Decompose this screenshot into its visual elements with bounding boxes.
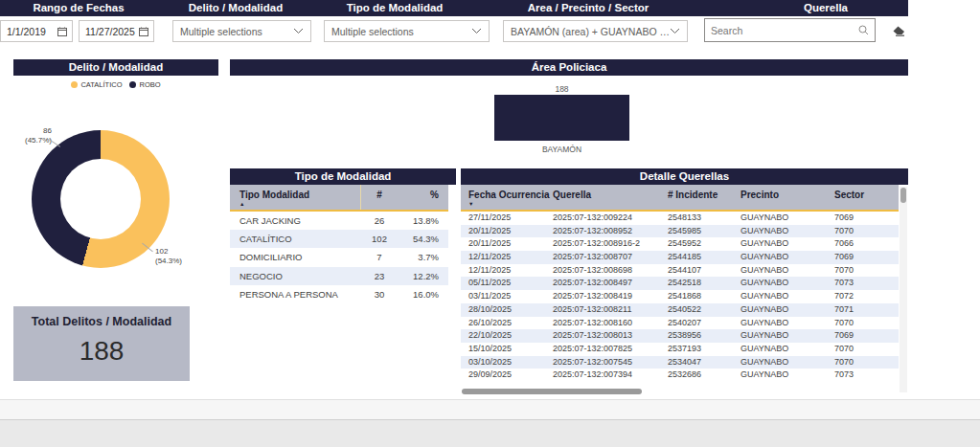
legend-label: CATALÍTICO <box>80 80 122 89</box>
table-row[interactable]: 12/11/20252025:07-132:0087072544185GUAYN… <box>461 251 899 264</box>
legend-label: ROBO <box>139 80 160 89</box>
table-row[interactable]: 20/11/20252025:07-132:0089522545985GUAYN… <box>461 225 899 238</box>
search-icon[interactable] <box>858 25 875 35</box>
filter-header-bar: Rango de Fechas Delito / Modalidad Tipo … <box>0 0 908 16</box>
detalle-table-body: 27/11/20252025:07-132:0092242548133GUAYN… <box>461 212 899 382</box>
card-value: 188 <box>13 336 190 367</box>
table-row[interactable]: PERSONA A PERSONA3016.0% <box>230 285 448 303</box>
donut-legend: CATALÍTICO ROBO <box>13 80 218 89</box>
dashboard: Rango de Fechas Delito / Modalidad Tipo … <box>0 0 980 447</box>
vertical-scrollbar-track[interactable] <box>900 187 907 392</box>
column-header[interactable]: Querella <box>553 190 591 200</box>
column-header[interactable]: # <box>360 190 399 200</box>
column-header[interactable]: # Incidente <box>668 190 718 200</box>
detalle-table-title: Detalle Querellas <box>461 168 908 185</box>
search-input[interactable] <box>705 25 858 36</box>
horizontal-scrollbar-thumb[interactable] <box>462 389 642 394</box>
sort-asc-icon: ▲ <box>239 201 244 207</box>
delito-dropdown-value: Multiple selections <box>180 26 262 37</box>
table-row[interactable]: CATALÍTICO10254.3% <box>230 230 448 248</box>
date-to-input[interactable] <box>80 26 139 37</box>
table-row[interactable]: NEGOCIO2312.2% <box>230 267 448 285</box>
table-row[interactable]: 05/11/20252025:07-132:0084972542518GUAYN… <box>461 277 899 290</box>
card-title: Total Delitos / Modalidad <box>13 315 190 328</box>
bar-axis-label: BAYAMÓN <box>494 145 629 154</box>
table-row[interactable]: 26/10/20252025:07-132:0081602540207GUAYN… <box>461 317 899 330</box>
area-dropdown-value: BAYAMÓN (area) + GUAYNABO (p... <box>511 26 670 37</box>
table-row[interactable]: CAR JACKING2613.8% <box>230 212 448 230</box>
tipo-table-title: Tipo de Modalidad <box>230 168 456 185</box>
column-header[interactable]: Fecha Ocurrencia <box>468 190 549 200</box>
filter-title-querella: Querella <box>740 1 912 15</box>
donut-label-robo: 86 (45.7%) <box>11 126 52 145</box>
querella-search-field[interactable] <box>704 18 876 42</box>
table-row[interactable]: 22/10/20252025:07-132:0080132538956GUAYN… <box>461 329 899 343</box>
legend-dot-catalitico <box>71 81 78 88</box>
tipo-table-body: CAR JACKING2613.8%CATALÍTICO10254.3%DOMI… <box>230 212 448 303</box>
table-row[interactable]: 03/10/20252025:07-132:0075452534047GUAYN… <box>461 356 899 369</box>
donut-panel-title: Delito / Modalidad <box>13 59 218 76</box>
calendar-icon[interactable] <box>57 27 72 36</box>
chevron-down-icon <box>471 28 482 34</box>
donut-label-catalitico: 102 (54.3%) <box>155 247 195 266</box>
date-from-input[interactable] <box>1 26 57 37</box>
chevron-down-icon <box>670 28 680 34</box>
filter-title-rango: Rango de Fechas <box>0 1 157 15</box>
delito-dropdown[interactable]: Multiple selections <box>172 20 311 42</box>
bottom-toolbar <box>0 399 980 419</box>
area-panel-title: Área Policiaca <box>230 59 908 76</box>
legend-item-catalitico[interactable]: CATALÍTICO <box>71 80 122 89</box>
legend-dot-robo <box>129 81 136 88</box>
column-separator <box>360 185 361 210</box>
bar-data-label: 188 <box>494 84 629 94</box>
column-header[interactable]: Sector <box>834 190 864 200</box>
detalle-table-column-header[interactable]: Fecha Ocurrencia ▼ Querella # Incidente … <box>461 185 899 212</box>
legend-item-robo[interactable]: ROBO <box>129 80 160 89</box>
donut-hole <box>60 159 141 239</box>
table-row[interactable]: 12/11/20252025:07-132:0086982544107GUAYN… <box>461 264 899 278</box>
filter-title-delito: Delito / Modalidad <box>157 1 314 15</box>
table-row[interactable]: 29/09/20252025:07-132:0073942532686GUAYN… <box>461 369 899 382</box>
sort-desc-icon: ▼ <box>468 201 473 207</box>
table-row[interactable]: 27/11/20252025:07-132:0092242548133GUAYN… <box>461 212 899 225</box>
filter-title-tipo: Tipo de Modalidad <box>314 1 475 15</box>
chevron-down-icon <box>293 28 304 34</box>
date-to-field[interactable] <box>79 20 154 42</box>
column-header[interactable]: Precinto <box>741 190 779 200</box>
table-row[interactable]: 28/10/20252025:07-132:0082112540522GUAYN… <box>461 303 899 317</box>
vertical-scrollbar-thumb[interactable] <box>900 188 906 203</box>
filter-title-area: Area / Precinto / Sector <box>487 1 690 15</box>
calendar-icon[interactable] <box>139 27 153 36</box>
tipo-dropdown[interactable]: Multiple selections <box>324 20 490 42</box>
column-header[interactable]: Tipo Modalidad <box>239 190 309 200</box>
table-row[interactable]: DOMICILIARIO73.7% <box>230 248 448 266</box>
tipo-table-column-header[interactable]: Tipo Modalidad ▲ # % <box>230 185 448 212</box>
column-header[interactable]: % <box>400 190 439 200</box>
page-navigation-bar: < 5 of 8 > <box>0 419 980 447</box>
date-from-field[interactable] <box>0 20 73 42</box>
total-delitos-card[interactable]: Total Delitos / Modalidad 188 <box>13 306 190 381</box>
clear-filter-eraser-icon[interactable] <box>890 23 907 38</box>
area-dropdown[interactable]: BAYAMÓN (area) + GUAYNABO (p... <box>503 20 688 42</box>
bayamon-bar[interactable] <box>494 95 629 141</box>
table-row[interactable]: 15/10/20252025:07-132:0078252537193GUAYN… <box>461 343 899 356</box>
tipo-dropdown-value: Multiple selections <box>331 26 414 37</box>
table-row[interactable]: 20/11/20252025:07-132:008916-22545952GUA… <box>461 237 899 251</box>
table-row[interactable]: 03/11/20252025:07-132:0084192541868GUAYN… <box>461 290 899 303</box>
